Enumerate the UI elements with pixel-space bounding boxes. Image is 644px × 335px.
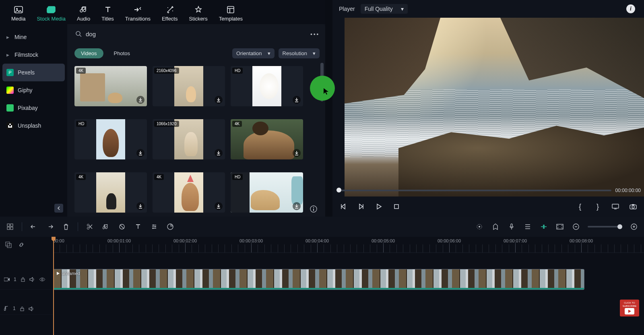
- player-transport: { }: [332, 196, 644, 217]
- step-forward-button[interactable]: [357, 202, 365, 211]
- cursor-icon: [323, 88, 329, 95]
- adjust-button[interactable]: [150, 222, 159, 231]
- youtube-subscribe-overlay[interactable]: CLICK TO SUBSCRIBE: [620, 300, 639, 316]
- tab-label: Titles: [101, 16, 114, 22]
- stock-thumbnail[interactable]: HD: [74, 119, 147, 159]
- voiceover-button[interactable]: [507, 222, 516, 231]
- stock-thumbnail[interactable]: 4K: [74, 172, 147, 213]
- resolution-badge: HD: [76, 121, 87, 127]
- tab-stock-media[interactable]: Stock Media: [37, 5, 66, 24]
- source-pixabay[interactable]: Pixabay: [0, 99, 67, 117]
- download-icon[interactable]: [136, 96, 144, 104]
- source-unsplash[interactable]: Unsplash: [0, 117, 67, 134]
- tab-media[interactable]: Media: [11, 5, 25, 24]
- undo-button[interactable]: [29, 222, 38, 231]
- scrub-track[interactable]: [336, 190, 611, 191]
- tab-templates[interactable]: Templates: [219, 5, 243, 24]
- audio-edit-button[interactable]: [101, 222, 110, 231]
- type-tab-videos[interactable]: Videos: [74, 48, 103, 58]
- mark-out-button[interactable]: }: [593, 202, 602, 211]
- download-icon[interactable]: [215, 149, 223, 157]
- clip-name: unnamed: [62, 271, 80, 276]
- playhead[interactable]: [53, 237, 54, 335]
- snapshot-button[interactable]: [629, 202, 638, 211]
- layout-button[interactable]: [6, 222, 14, 231]
- tab-audio[interactable]: Audio: [77, 5, 90, 24]
- download-icon[interactable]: [136, 202, 144, 210]
- stickers-icon: [194, 5, 203, 14]
- redo-button[interactable]: [45, 222, 54, 231]
- crop-button[interactable]: [118, 222, 126, 231]
- download-icon[interactable]: [215, 96, 223, 104]
- timeline-tracks[interactable]: unnamed CLICK TO SUBSCRIBE: [53, 253, 644, 335]
- stop-button[interactable]: [392, 202, 401, 211]
- marker-button[interactable]: [491, 222, 500, 231]
- visibility-icon[interactable]: [39, 277, 45, 281]
- video-clip[interactable]: unnamed: [53, 269, 584, 290]
- search-input[interactable]: [86, 31, 306, 37]
- mute-icon[interactable]: [29, 277, 35, 282]
- search-icon: [75, 31, 82, 37]
- split-button[interactable]: [85, 222, 94, 231]
- play-button[interactable]: [374, 202, 383, 211]
- delete-button[interactable]: [62, 222, 70, 231]
- render-button[interactable]: [539, 222, 548, 231]
- lock-icon[interactable]: [20, 306, 25, 311]
- resolution-badge: 4K: [154, 174, 164, 180]
- zoom-slider[interactable]: [588, 226, 622, 227]
- collapse-sidebar-button[interactable]: [54, 204, 63, 213]
- stock-thumbnail[interactable]: 4K: [231, 119, 303, 159]
- tab-label: Media: [11, 16, 25, 22]
- stock-thumbnail[interactable]: 4K: [153, 172, 225, 213]
- time-ruler[interactable]: 00:00 00:00:01:00 00:00:02:00 00:00:03:0…: [53, 237, 644, 253]
- stock-thumbnail[interactable]: 4K: [74, 66, 147, 106]
- more-options-button[interactable]: •••: [310, 31, 320, 37]
- info-button[interactable]: i: [626, 4, 635, 13]
- color-button[interactable]: [166, 222, 175, 231]
- scrub-head[interactable]: [336, 188, 341, 192]
- video-preview[interactable]: [345, 18, 644, 196]
- download-icon[interactable]: [215, 202, 223, 210]
- chevron-down-icon: ▾: [401, 6, 404, 12]
- playback-quality-dropdown[interactable]: Full Quality ▾: [361, 4, 408, 14]
- svg-rect-35: [4, 278, 8, 281]
- stock-thumbnail[interactable]: 1066x1920: [153, 119, 225, 159]
- download-icon[interactable]: [293, 202, 301, 210]
- stock-thumbnail[interactable]: HD: [231, 172, 303, 213]
- tab-transitions[interactable]: Transitions: [125, 5, 151, 24]
- mute-icon[interactable]: [29, 306, 34, 311]
- fit-button[interactable]: [555, 222, 564, 231]
- tab-titles[interactable]: Titles: [101, 5, 114, 24]
- stock-thumbnail[interactable]: HD: [231, 66, 303, 106]
- source-label: Filmstock: [14, 52, 38, 58]
- keyframe-button[interactable]: [475, 222, 484, 231]
- zoom-in-button[interactable]: [630, 222, 638, 231]
- step-back-button[interactable]: [339, 202, 348, 211]
- effects-icon: [165, 5, 174, 14]
- video-track-header[interactable]: 1: [0, 269, 53, 290]
- download-icon[interactable]: [293, 96, 301, 104]
- text-button[interactable]: [134, 222, 142, 231]
- mixer-button[interactable]: [523, 222, 532, 231]
- orientation-dropdown[interactable]: Orientation ▾: [232, 48, 275, 58]
- tab-effects[interactable]: Effects: [162, 5, 178, 24]
- mark-in-button[interactable]: {: [576, 202, 584, 211]
- source-filmstock[interactable]: ▸ Filmstock: [0, 46, 67, 64]
- audio-track-header[interactable]: 1: [0, 290, 53, 315]
- source-pexels[interactable]: P Pexels: [2, 64, 65, 81]
- download-icon[interactable]: [293, 149, 301, 157]
- zoom-out-button[interactable]: [572, 222, 580, 231]
- ruler-label: 00:00:06:00: [438, 238, 461, 243]
- display-settings-button[interactable]: [611, 202, 620, 211]
- link-button[interactable]: [17, 240, 26, 249]
- resolution-dropdown[interactable]: Resolution ▾: [279, 48, 320, 58]
- type-tab-photos[interactable]: Photos: [107, 48, 136, 58]
- source-mine[interactable]: ▸ Mine: [0, 28, 67, 46]
- tab-stickers[interactable]: Stickers: [189, 5, 207, 24]
- source-giphy[interactable]: Giphy: [0, 81, 67, 99]
- track-add-button[interactable]: [4, 240, 13, 249]
- attribution-info-button[interactable]: [310, 205, 317, 213]
- lock-icon[interactable]: [21, 277, 25, 282]
- download-icon[interactable]: [136, 149, 144, 157]
- stock-thumbnail[interactable]: 2160x4096: [153, 66, 225, 106]
